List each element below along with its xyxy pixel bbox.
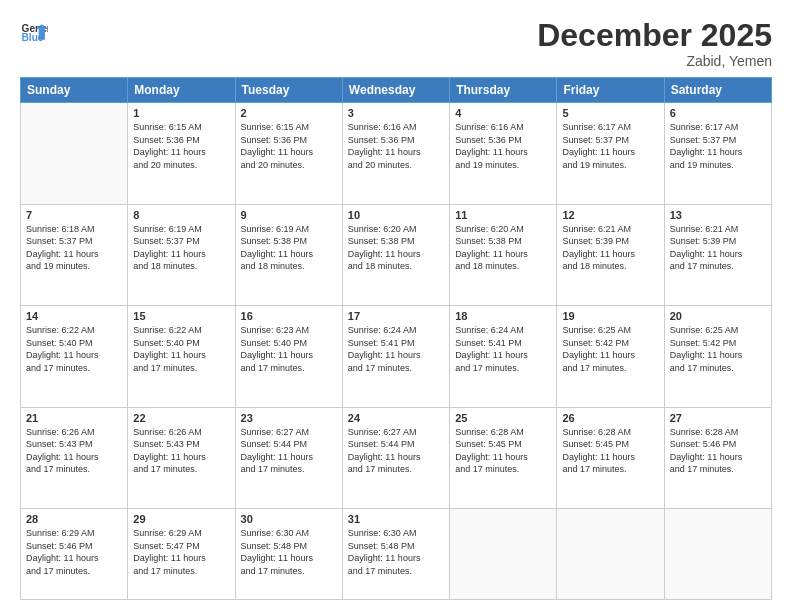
day-number: 1 <box>133 107 229 119</box>
table-row: 5Sunrise: 6:17 AM Sunset: 5:37 PM Daylig… <box>557 103 664 204</box>
day-info: Sunrise: 6:27 AM Sunset: 5:44 PM Dayligh… <box>348 426 444 476</box>
day-number: 5 <box>562 107 658 119</box>
calendar-week-row: 21Sunrise: 6:26 AM Sunset: 5:43 PM Dayli… <box>21 407 772 508</box>
day-number: 12 <box>562 209 658 221</box>
day-info: Sunrise: 6:23 AM Sunset: 5:40 PM Dayligh… <box>241 324 337 374</box>
table-row: 12Sunrise: 6:21 AM Sunset: 5:39 PM Dayli… <box>557 204 664 305</box>
table-row: 13Sunrise: 6:21 AM Sunset: 5:39 PM Dayli… <box>664 204 771 305</box>
day-info: Sunrise: 6:25 AM Sunset: 5:42 PM Dayligh… <box>562 324 658 374</box>
month-title: December 2025 <box>537 18 772 53</box>
day-number: 8 <box>133 209 229 221</box>
logo-icon: General Blue <box>20 18 48 46</box>
day-number: 21 <box>26 412 122 424</box>
logo: General Blue <box>20 18 48 46</box>
day-number: 10 <box>348 209 444 221</box>
day-number: 20 <box>670 310 766 322</box>
day-number: 30 <box>241 513 337 525</box>
day-info: Sunrise: 6:28 AM Sunset: 5:45 PM Dayligh… <box>562 426 658 476</box>
day-number: 15 <box>133 310 229 322</box>
table-row: 25Sunrise: 6:28 AM Sunset: 5:45 PM Dayli… <box>450 407 557 508</box>
table-row <box>450 509 557 600</box>
col-tuesday: Tuesday <box>235 78 342 103</box>
day-number: 25 <box>455 412 551 424</box>
day-info: Sunrise: 6:28 AM Sunset: 5:46 PM Dayligh… <box>670 426 766 476</box>
table-row: 30Sunrise: 6:30 AM Sunset: 5:48 PM Dayli… <box>235 509 342 600</box>
title-section: December 2025 Zabid, Yemen <box>537 18 772 69</box>
day-number: 31 <box>348 513 444 525</box>
table-row: 28Sunrise: 6:29 AM Sunset: 5:46 PM Dayli… <box>21 509 128 600</box>
table-row: 18Sunrise: 6:24 AM Sunset: 5:41 PM Dayli… <box>450 306 557 407</box>
table-row: 20Sunrise: 6:25 AM Sunset: 5:42 PM Dayli… <box>664 306 771 407</box>
day-number: 7 <box>26 209 122 221</box>
day-info: Sunrise: 6:20 AM Sunset: 5:38 PM Dayligh… <box>348 223 444 273</box>
table-row: 29Sunrise: 6:29 AM Sunset: 5:47 PM Dayli… <box>128 509 235 600</box>
day-info: Sunrise: 6:22 AM Sunset: 5:40 PM Dayligh… <box>26 324 122 374</box>
day-number: 17 <box>348 310 444 322</box>
day-info: Sunrise: 6:15 AM Sunset: 5:36 PM Dayligh… <box>241 121 337 171</box>
day-info: Sunrise: 6:26 AM Sunset: 5:43 PM Dayligh… <box>26 426 122 476</box>
day-info: Sunrise: 6:19 AM Sunset: 5:37 PM Dayligh… <box>133 223 229 273</box>
day-info: Sunrise: 6:21 AM Sunset: 5:39 PM Dayligh… <box>562 223 658 273</box>
table-row <box>557 509 664 600</box>
table-row: 10Sunrise: 6:20 AM Sunset: 5:38 PM Dayli… <box>342 204 449 305</box>
day-info: Sunrise: 6:27 AM Sunset: 5:44 PM Dayligh… <box>241 426 337 476</box>
day-info: Sunrise: 6:16 AM Sunset: 5:36 PM Dayligh… <box>348 121 444 171</box>
day-info: Sunrise: 6:28 AM Sunset: 5:45 PM Dayligh… <box>455 426 551 476</box>
day-number: 6 <box>670 107 766 119</box>
day-info: Sunrise: 6:29 AM Sunset: 5:47 PM Dayligh… <box>133 527 229 577</box>
day-info: Sunrise: 6:24 AM Sunset: 5:41 PM Dayligh… <box>348 324 444 374</box>
table-row <box>664 509 771 600</box>
table-row: 7Sunrise: 6:18 AM Sunset: 5:37 PM Daylig… <box>21 204 128 305</box>
day-number: 27 <box>670 412 766 424</box>
table-row: 9Sunrise: 6:19 AM Sunset: 5:38 PM Daylig… <box>235 204 342 305</box>
table-row: 21Sunrise: 6:26 AM Sunset: 5:43 PM Dayli… <box>21 407 128 508</box>
day-number: 3 <box>348 107 444 119</box>
day-number: 29 <box>133 513 229 525</box>
col-thursday: Thursday <box>450 78 557 103</box>
day-number: 2 <box>241 107 337 119</box>
day-info: Sunrise: 6:26 AM Sunset: 5:43 PM Dayligh… <box>133 426 229 476</box>
day-number: 23 <box>241 412 337 424</box>
day-info: Sunrise: 6:18 AM Sunset: 5:37 PM Dayligh… <box>26 223 122 273</box>
day-number: 22 <box>133 412 229 424</box>
day-number: 11 <box>455 209 551 221</box>
table-row: 14Sunrise: 6:22 AM Sunset: 5:40 PM Dayli… <box>21 306 128 407</box>
day-info: Sunrise: 6:16 AM Sunset: 5:36 PM Dayligh… <box>455 121 551 171</box>
table-row: 27Sunrise: 6:28 AM Sunset: 5:46 PM Dayli… <box>664 407 771 508</box>
table-row: 2Sunrise: 6:15 AM Sunset: 5:36 PM Daylig… <box>235 103 342 204</box>
table-row: 11Sunrise: 6:20 AM Sunset: 5:38 PM Dayli… <box>450 204 557 305</box>
calendar-table: Sunday Monday Tuesday Wednesday Thursday… <box>20 77 772 600</box>
col-sunday: Sunday <box>21 78 128 103</box>
day-info: Sunrise: 6:30 AM Sunset: 5:48 PM Dayligh… <box>348 527 444 577</box>
table-row: 16Sunrise: 6:23 AM Sunset: 5:40 PM Dayli… <box>235 306 342 407</box>
day-number: 24 <box>348 412 444 424</box>
col-friday: Friday <box>557 78 664 103</box>
day-number: 4 <box>455 107 551 119</box>
col-saturday: Saturday <box>664 78 771 103</box>
day-number: 26 <box>562 412 658 424</box>
day-info: Sunrise: 6:20 AM Sunset: 5:38 PM Dayligh… <box>455 223 551 273</box>
day-info: Sunrise: 6:17 AM Sunset: 5:37 PM Dayligh… <box>670 121 766 171</box>
table-row: 22Sunrise: 6:26 AM Sunset: 5:43 PM Dayli… <box>128 407 235 508</box>
table-row: 17Sunrise: 6:24 AM Sunset: 5:41 PM Dayli… <box>342 306 449 407</box>
calendar-week-row: 7Sunrise: 6:18 AM Sunset: 5:37 PM Daylig… <box>21 204 772 305</box>
table-row: 26Sunrise: 6:28 AM Sunset: 5:45 PM Dayli… <box>557 407 664 508</box>
day-number: 18 <box>455 310 551 322</box>
day-number: 13 <box>670 209 766 221</box>
calendar-header-row: Sunday Monday Tuesday Wednesday Thursday… <box>21 78 772 103</box>
day-number: 14 <box>26 310 122 322</box>
day-number: 28 <box>26 513 122 525</box>
col-wednesday: Wednesday <box>342 78 449 103</box>
calendar-week-row: 14Sunrise: 6:22 AM Sunset: 5:40 PM Dayli… <box>21 306 772 407</box>
header: General Blue December 2025 Zabid, Yemen <box>20 18 772 69</box>
table-row: 15Sunrise: 6:22 AM Sunset: 5:40 PM Dayli… <box>128 306 235 407</box>
location: Zabid, Yemen <box>537 53 772 69</box>
table-row: 6Sunrise: 6:17 AM Sunset: 5:37 PM Daylig… <box>664 103 771 204</box>
calendar-page: General Blue December 2025 Zabid, Yemen … <box>0 0 792 612</box>
table-row: 1Sunrise: 6:15 AM Sunset: 5:36 PM Daylig… <box>128 103 235 204</box>
table-row: 8Sunrise: 6:19 AM Sunset: 5:37 PM Daylig… <box>128 204 235 305</box>
day-number: 16 <box>241 310 337 322</box>
day-info: Sunrise: 6:21 AM Sunset: 5:39 PM Dayligh… <box>670 223 766 273</box>
day-info: Sunrise: 6:25 AM Sunset: 5:42 PM Dayligh… <box>670 324 766 374</box>
table-row: 23Sunrise: 6:27 AM Sunset: 5:44 PM Dayli… <box>235 407 342 508</box>
